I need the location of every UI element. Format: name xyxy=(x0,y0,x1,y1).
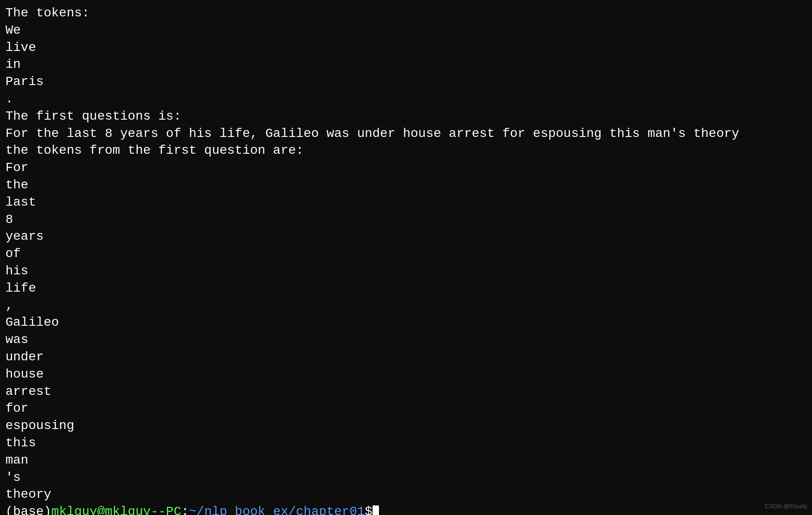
terminal-line: live xyxy=(5,39,807,56)
terminal-line: 8 xyxy=(5,211,807,228)
terminal-line: We xyxy=(5,22,807,39)
prompt-path: ~/nlp_book_ex/chapter01 xyxy=(189,503,364,515)
terminal-line: of xyxy=(5,245,807,263)
terminal-line: this xyxy=(5,434,807,452)
terminal-line: for xyxy=(5,400,807,417)
terminal-line: theory xyxy=(5,486,807,503)
terminal-line: under xyxy=(5,348,807,366)
terminal-line: Paris xyxy=(5,73,807,91)
terminal-line: For xyxy=(5,159,807,177)
terminal-line: years xyxy=(5,228,807,245)
prompt-separator: : xyxy=(181,503,189,515)
terminal-line: The first questions is: xyxy=(5,108,807,125)
prompt-base: (base) xyxy=(5,503,51,515)
terminal-line: last xyxy=(5,194,807,211)
terminal-line: The tokens: xyxy=(5,5,807,22)
terminal-line: arrest xyxy=(5,383,807,400)
terminal-line: the tokens from the first question are: xyxy=(5,142,807,159)
terminal-line: life xyxy=(5,280,807,297)
watermark: CSDN @Eloudy xyxy=(765,502,807,510)
terminal-line: man xyxy=(5,452,807,469)
terminal-line: house xyxy=(5,366,807,383)
terminal-line: in xyxy=(5,56,807,73)
terminal-line: the xyxy=(5,177,807,194)
prompt-user: mklguy@mklguy--PC xyxy=(51,503,182,515)
terminal-line: . xyxy=(5,91,807,108)
terminal-line: espousing xyxy=(5,417,807,434)
terminal-line: was xyxy=(5,331,807,348)
cursor xyxy=(373,505,379,515)
terminal-output: The tokens:WeliveinParis.The first quest… xyxy=(5,5,807,503)
prompt-dollar: $ xyxy=(365,503,373,515)
terminal-line: his xyxy=(5,263,807,280)
terminal-prompt: (base) mklguy@mklguy--PC : ~/nlp_book_ex… xyxy=(5,503,807,515)
terminal-window: The tokens:WeliveinParis.The first quest… xyxy=(0,0,812,515)
terminal-line: Galileo xyxy=(5,314,807,331)
terminal-line: For the last 8 years of his life, Galile… xyxy=(5,125,807,142)
terminal-line: , xyxy=(5,297,807,314)
terminal-line: 's xyxy=(5,469,807,486)
